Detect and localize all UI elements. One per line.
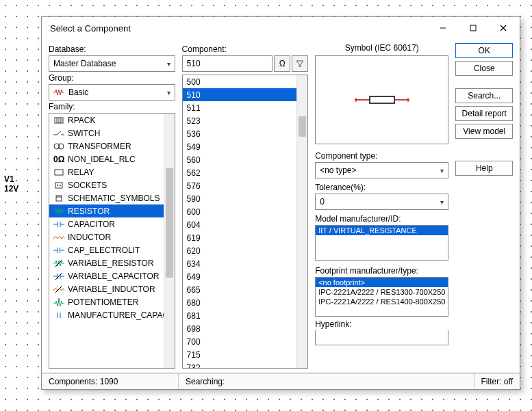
status-searching: Searching: (179, 373, 474, 389)
scrollbar-thumb[interactable] (166, 168, 173, 278)
component-item[interactable]: 681 (183, 309, 308, 322)
detail-report-button[interactable]: Detail report (455, 106, 513, 121)
chevron-down-icon: ▾ (167, 89, 170, 96)
svg-point-16 (57, 185, 58, 186)
svg-rect-15 (55, 183, 62, 188)
component-item[interactable]: 600 (183, 205, 308, 218)
family-item-capacitor[interactable]: CAPACITOR (49, 217, 175, 230)
family-item-cap_electrolit[interactable]: CAP_ELECTROLIT (49, 243, 175, 256)
family-item-schematic_symbols[interactable]: SCHEMATIC_SYMBOLS (49, 191, 175, 204)
component-item[interactable]: 619 (183, 231, 308, 244)
family-item-label: RESISTOR (68, 207, 110, 216)
family-item-potentiometer[interactable]: POTENTIOMETER (49, 295, 175, 308)
status-filter: Filter: off (474, 373, 520, 389)
relay-icon (53, 168, 64, 176)
database-dropdown[interactable]: Master Database ▾ (49, 55, 175, 72)
family-item-label: RPACK (68, 116, 95, 125)
close-button[interactable]: Close (455, 61, 513, 76)
scrollbar-thumb[interactable] (299, 116, 306, 137)
family-item-switch[interactable]: SWITCH (49, 127, 175, 140)
svg-point-12 (58, 144, 64, 149)
select-component-dialog: Select a Component Database: Master Data… (41, 16, 520, 390)
component-item[interactable]: 511 (183, 101, 308, 114)
component-item[interactable]: 523 (183, 114, 308, 127)
basic-group-icon (53, 88, 64, 96)
component-item[interactable]: 536 (183, 127, 308, 140)
chevron-down-icon: ▾ (167, 60, 170, 68)
dialog-title: Select a Component (50, 23, 428, 34)
group-dropdown[interactable]: Basic ▾ (49, 84, 175, 101)
component-item[interactable]: 649 (183, 270, 308, 283)
family-item-variable_resistor[interactable]: VARIABLE_RESISTOR (49, 256, 175, 269)
component-item[interactable]: 665 (183, 283, 308, 296)
vres-icon (53, 259, 64, 267)
resistor-symbol-icon (355, 93, 409, 107)
unit-ohm-button[interactable]: Ω (274, 55, 290, 72)
manufacturer-label: Model manufacturer/ID: (315, 214, 448, 224)
rpack-icon (53, 116, 64, 124)
tolerance-value: 0 (320, 197, 325, 207)
component-label: Component: (182, 44, 309, 54)
family-scrollbar[interactable] (164, 114, 175, 368)
family-item-non_ideal_rlc[interactable]: 0Ω1NON_IDEAL_RLC (49, 153, 175, 165)
component-item[interactable]: 562 (183, 166, 308, 179)
ok-button[interactable]: OK (455, 43, 513, 58)
footprint-item[interactable]: IPC-2221A/2222 / RES1400-800X250 (316, 297, 448, 306)
component-item[interactable]: 634 (183, 257, 308, 270)
manufacturer-item[interactable]: IIT / VIRTUAL_RESISTANCE (316, 226, 448, 235)
footprint-label: Footprint manufacturer/type: (315, 266, 448, 276)
help-button[interactable]: Help (455, 161, 513, 176)
component-scrollbar[interactable] (296, 75, 307, 368)
family-item-transformer[interactable]: TRANSFORMER (49, 140, 175, 153)
sockets-icon (53, 181, 64, 189)
voltage-source-label: V1 12V (4, 174, 18, 194)
footprint-list[interactable]: <no footprint>IPC-2221A/2222 / RES1300-7… (315, 277, 448, 317)
close-window-button[interactable] (488, 18, 518, 38)
component-item[interactable]: 732 (183, 361, 308, 368)
component-item[interactable]: 698 (183, 322, 308, 335)
family-item-variable_capacitor[interactable]: VARIABLE_CAPACITOR (49, 269, 175, 282)
filter-button[interactable] (292, 55, 308, 72)
family-item-label: CAPACITOR (68, 220, 115, 229)
component-item[interactable]: 680 (183, 296, 308, 309)
family-item-variable_inductor[interactable]: VARIABLE_INDUCTOR (49, 282, 175, 295)
minimize-button[interactable] (428, 18, 458, 38)
capacitor-icon (53, 220, 64, 228)
component-item[interactable]: 510 (183, 88, 308, 101)
component-item[interactable]: 576 (183, 179, 308, 192)
family-item-label: INDUCTOR (68, 233, 111, 242)
family-item-sockets[interactable]: SOCKETS (49, 178, 175, 191)
family-item-relay[interactable]: RELAY (49, 165, 175, 178)
component-list[interactable]: 5005105115235365495605625765906006046196… (182, 75, 309, 369)
family-item-manufacturer_capacit[interactable]: MANUFACTURER_CAPACIT (49, 308, 175, 321)
inductor-icon (53, 233, 64, 241)
svg-rect-14 (55, 170, 63, 175)
footprint-item[interactable]: <no footprint> (316, 278, 448, 287)
svg-text:0Ω1: 0Ω1 (53, 155, 64, 163)
component-item[interactable]: 620 (183, 244, 308, 257)
search-button[interactable]: Search... (455, 88, 513, 103)
component-item[interactable]: 715 (183, 348, 308, 361)
component-item[interactable]: 549 (183, 140, 308, 153)
component-type-dropdown[interactable]: <no type> ▾ (315, 162, 448, 178)
svg-point-17 (60, 185, 61, 186)
component-item[interactable]: 700 (183, 335, 308, 348)
family-item-label: VARIABLE_RESISTOR (68, 258, 154, 268)
view-model-button[interactable]: View model (455, 124, 513, 139)
component-item[interactable]: 604 (183, 218, 308, 231)
maximize-button[interactable] (458, 18, 488, 38)
family-item-resistor[interactable]: RESISTOR (49, 204, 175, 217)
family-list[interactable]: RPACKSWITCHTRANSFORMER0Ω1NON_IDEAL_RLCRE… (49, 113, 175, 369)
svg-line-9 (57, 131, 61, 135)
footprint-item[interactable]: IPC-2221A/2222 / RES1300-700X250 (316, 287, 448, 297)
family-item-rpack[interactable]: RPACK (49, 114, 175, 127)
component-item[interactable]: 590 (183, 192, 308, 205)
component-item[interactable]: 500 (183, 75, 308, 88)
hyperlink-field[interactable] (315, 330, 448, 345)
family-item-label: TRANSFORMER (68, 142, 131, 151)
component-item[interactable]: 560 (183, 153, 308, 166)
tolerance-dropdown[interactable]: 0 ▾ (315, 194, 448, 210)
component-search-input[interactable]: 510 (182, 55, 273, 72)
family-item-inductor[interactable]: INDUCTOR (49, 230, 175, 243)
manufacturer-list[interactable]: IIT / VIRTUAL_RESISTANCE (315, 225, 448, 261)
